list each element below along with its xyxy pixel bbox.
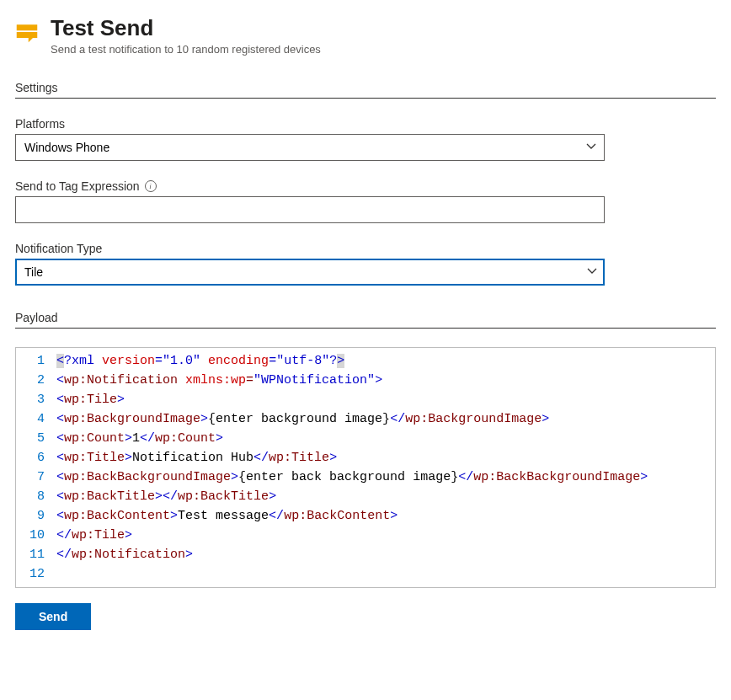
field-notification-type: Notification Type Tile [15,242,716,286]
section-settings: Settings [15,81,716,99]
info-icon[interactable]: i [145,180,157,192]
tag-expression-input[interactable] [15,196,605,223]
page-title: Test Send [51,15,321,41]
payload-editor[interactable]: 123456789101112 <?xml version="1.0" enco… [15,347,716,588]
svg-marker-2 [29,38,33,42]
section-payload: Payload [15,311,716,329]
send-button[interactable]: Send [15,603,91,630]
svg-rect-0 [17,24,38,30]
field-tag-expression: Send to Tag Expression i [15,179,716,223]
editor-gutter: 123456789101112 [16,348,53,587]
svg-rect-1 [17,32,38,38]
platforms-select[interactable]: Windows Phone [15,134,605,161]
notification-type-select[interactable]: Tile [15,259,605,286]
tag-expression-label: Send to Tag Expression i [15,179,716,193]
editor-code[interactable]: <?xml version="1.0" encoding="utf-8"?><w… [53,348,656,587]
notification-icon [15,20,39,44]
platforms-label: Platforms [15,117,716,131]
page-header: Test Send Send a test notification to 10… [15,15,716,56]
notification-type-label: Notification Type [15,242,716,255]
page-subtitle: Send a test notification to 10 random re… [51,43,321,56]
field-platforms: Platforms Windows Phone [15,117,716,161]
